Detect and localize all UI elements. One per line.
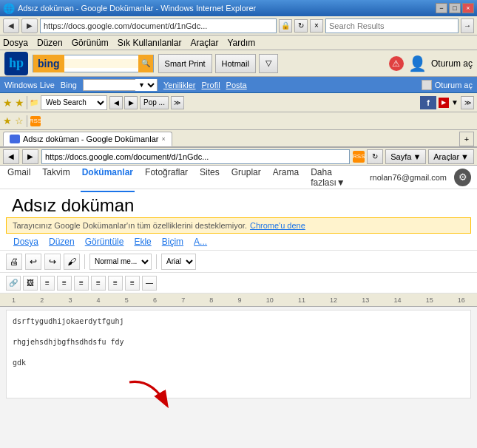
websearch-select[interactable]: Web Search — [41, 95, 107, 110]
fav-star[interactable]: ★ — [3, 115, 12, 126]
address-input[interactable] — [40, 18, 277, 33]
nav-gruplar[interactable]: Gruplar — [230, 166, 263, 192]
ruler-mark: 8 — [209, 296, 213, 304]
doc-menu-duzen[interactable]: Düzen — [47, 235, 76, 248]
menu-yardim[interactable]: Yardım — [227, 38, 255, 48]
youtube-icon[interactable]: ▶ — [439, 98, 449, 108]
ie-sayfa-btn[interactable]: Sayfa ▼ — [385, 149, 426, 164]
line-spacing-button[interactable]: — — [142, 276, 157, 291]
bing-search-input[interactable] — [64, 59, 138, 68]
menu-duzen[interactable]: Düzen — [37, 38, 63, 48]
outdent-button[interactable]: ≡ — [91, 276, 106, 291]
ie-araclar-btn[interactable]: Araçlar ▼ — [428, 149, 474, 164]
star2-button[interactable]: ★ — [15, 97, 24, 109]
add-fav-btn[interactable]: ☆ — [15, 115, 24, 126]
align-center-button[interactable]: ≡ — [125, 276, 140, 291]
nav-fotograflar[interactable]: Fotoğraflar — [143, 166, 189, 192]
security-icon[interactable]: ⚠ — [389, 56, 404, 71]
ruler: 1 2 3 4 5 6 7 8 9 10 11 12 13 14 15 16 — [0, 293, 477, 307]
rss-icon[interactable]: RSS — [30, 116, 41, 126]
lock-icon: 🔒 — [279, 19, 292, 33]
back-button[interactable]: ◀ — [3, 18, 19, 33]
tab-close-button[interactable]: × — [161, 135, 165, 143]
user-icon: 👤 — [408, 55, 427, 72]
new-tab-button[interactable]: + — [459, 132, 474, 146]
doc-menu-ekle[interactable]: Ekle — [132, 235, 152, 248]
ie-back-btn[interactable]: ◀ — [3, 149, 19, 164]
hp-dropdown-button[interactable]: ▽ — [259, 54, 278, 73]
ie-address-input[interactable] — [41, 149, 350, 164]
font-dropdown[interactable]: Arial — [161, 254, 196, 270]
bing-search-button[interactable]: 🔍 — [138, 55, 153, 72]
settings-icon[interactable]: ⚙ — [454, 169, 471, 186]
facebook-icon[interactable]: f — [420, 96, 436, 109]
close-button[interactable]: × — [462, 3, 474, 13]
menu-dosya[interactable]: Dosya — [3, 38, 28, 48]
nav-dokumanlar[interactable]: Dokümanlar — [81, 166, 135, 192]
ruler-mark: 16 — [458, 296, 465, 304]
stop-button[interactable]: × — [310, 19, 323, 33]
print-button[interactable]: 🖨 — [6, 254, 22, 270]
ol-button[interactable]: ≡ — [40, 276, 55, 291]
menu-gorunum[interactable]: Görünüm — [72, 38, 109, 48]
favorites-row: ★ ☆ RSS — [0, 112, 477, 130]
ws-fwd-btn[interactable]: ▶ — [124, 96, 138, 109]
nav-gmail[interactable]: Gmail — [6, 166, 32, 192]
ruler-mark: 12 — [330, 296, 337, 304]
maximize-button[interactable]: □ — [449, 3, 461, 13]
nav-arama[interactable]: Arama — [271, 166, 300, 192]
ie-araclar-label: Araçlar — [433, 152, 459, 161]
ie-rss-icon[interactable]: RSS — [353, 151, 365, 163]
doc-menu-dosya[interactable]: Dosya — [12, 235, 40, 248]
wl-profil[interactable]: Profil — [202, 81, 220, 89]
windows-live-toolbar: Windows Live Bing ▼ Yenilikler Profil Po… — [0, 77, 477, 93]
refresh-button[interactable]: ↻ — [294, 19, 308, 33]
link-button[interactable]: 🔗 — [6, 276, 21, 291]
ws-more2-btn[interactable]: ≫ — [461, 96, 474, 109]
right-toolbar-area: ⚠ 👤 Oturum aç — [389, 55, 473, 72]
ruler-mark: 11 — [298, 296, 305, 304]
active-tab[interactable]: Adsız doküman - Google Dokümanlar × — [3, 132, 172, 146]
fav-divider — [27, 115, 27, 127]
undo-button[interactable]: ↩ — [25, 254, 41, 270]
indent-button[interactable]: ≡ — [74, 276, 89, 291]
doc-line-5: gdk — [13, 358, 464, 368]
titlebar-text: Adsız doküman - Google Dokümanlar - Wind… — [18, 4, 256, 13]
menu-araclar[interactable]: Araçlar — [190, 38, 218, 48]
wl-search-dropdown[interactable]: ▼ — [135, 79, 157, 91]
hotmail-button[interactable]: Hotmail — [215, 54, 256, 73]
doc-menu-more[interactable]: A... — [192, 235, 209, 248]
ws-popup-btn[interactable]: Pop ... — [140, 96, 169, 109]
image-button[interactable]: 🖼 — [23, 276, 38, 291]
wl-yenilikler[interactable]: Yenilikler — [163, 81, 196, 89]
nav-takvim[interactable]: Takvim — [41, 166, 71, 192]
toolbar-divider1 — [84, 254, 85, 269]
wl-posta[interactable]: Posta — [226, 81, 247, 89]
user-email: rnolan76@gmail.com — [370, 173, 447, 182]
nav-daha-fazla[interactable]: Daha fazlası▼ — [309, 166, 355, 192]
forward-button[interactable]: ▶ — [21, 18, 38, 33]
redo-button[interactable]: ↪ — [44, 254, 61, 270]
doc-menu-bicim[interactable]: Biçim — [160, 235, 185, 248]
ws-back-btn[interactable]: ◀ — [109, 96, 123, 109]
menu-sik[interactable]: Sık Kullanılanlar — [118, 38, 182, 48]
doc-menu-goruntle[interactable]: Görüntüle — [84, 235, 126, 248]
chrome-link[interactable]: Chrome'u dene — [250, 221, 305, 230]
ws-more-btn[interactable]: ≫ — [171, 96, 184, 109]
smart-print-button[interactable]: Smart Print — [158, 54, 212, 73]
wl-search-input[interactable] — [84, 81, 135, 89]
star-button[interactable]: ★ — [3, 97, 13, 109]
paint-format-button[interactable]: 🖌 — [64, 254, 80, 270]
ws-dropdown[interactable]: ▼ — [451, 98, 459, 106]
align-left-button[interactable]: ≡ — [108, 276, 123, 291]
ie-fwd-btn[interactable]: ▶ — [22, 149, 38, 164]
ie-sayfa-dropdown: ▼ — [413, 152, 421, 161]
minimize-button[interactable]: − — [436, 3, 447, 13]
ie-refresh-btn[interactable]: ↻ — [367, 149, 383, 164]
search-go-button[interactable]: → — [461, 18, 474, 33]
search-input[interactable] — [325, 18, 459, 33]
ul-button[interactable]: ≡ — [57, 276, 72, 291]
folders-btn[interactable]: 📁 — [30, 98, 38, 106]
style-dropdown[interactable]: Normal me... — [89, 254, 152, 270]
nav-sites[interactable]: Sites — [198, 166, 221, 192]
